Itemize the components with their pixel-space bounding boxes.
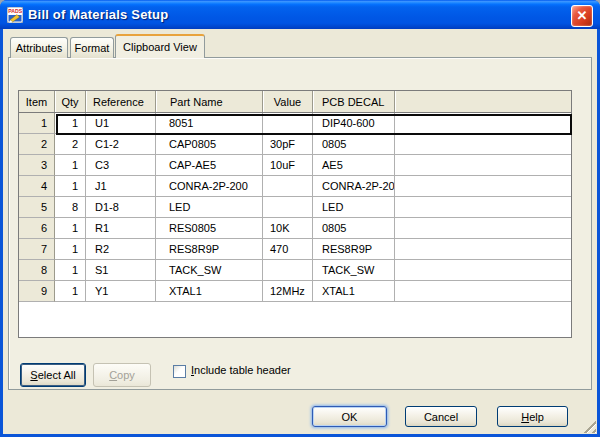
cell-item[interactable]: 8 <box>19 260 55 281</box>
cell-part_name[interactable]: RES0805 <box>156 218 263 239</box>
title-bar[interactable]: PADS Bill of Materials Setup ✕ <box>0 0 600 29</box>
cell-qty[interactable]: 1 <box>55 113 86 134</box>
cell-item[interactable]: 7 <box>19 239 55 260</box>
cell-part_name[interactable]: 8051 <box>156 113 263 134</box>
cell-value[interactable]: 10K <box>263 218 313 239</box>
cell-qty[interactable]: 1 <box>55 239 86 260</box>
cell-value[interactable]: 12MHz <box>263 281 313 302</box>
cell-item[interactable]: 9 <box>19 281 55 302</box>
cell-reference[interactable]: R2 <box>86 239 156 260</box>
column-header-qty[interactable]: Qty <box>55 91 86 112</box>
cell-qty[interactable]: 1 <box>55 218 86 239</box>
pads-app-icon: PADS <box>7 7 23 23</box>
cell-filler[interactable] <box>395 197 571 218</box>
cell-item[interactable]: 3 <box>19 155 55 176</box>
cell-pcb_decal[interactable]: RES8R9P <box>313 239 395 260</box>
table-row[interactable]: 61R1RES080510K0805 <box>19 218 571 239</box>
cell-item[interactable]: 4 <box>19 176 55 197</box>
cell-item[interactable]: 1 <box>19 113 55 134</box>
cell-value[interactable] <box>263 197 313 218</box>
tab-format-label: Format <box>75 42 110 54</box>
cell-qty[interactable]: 2 <box>55 134 86 155</box>
table-row[interactable]: 91Y1XTAL112MHzXTAL1 <box>19 281 571 302</box>
table-row[interactable]: 81S1TACK_SWTACK_SW <box>19 260 571 281</box>
cell-qty[interactable]: 1 <box>55 155 86 176</box>
cell-value[interactable] <box>263 260 313 281</box>
cell-filler[interactable] <box>395 260 571 281</box>
cell-reference[interactable]: Y1 <box>86 281 156 302</box>
copy-button[interactable]: Copy <box>93 363 151 387</box>
cell-reference[interactable]: S1 <box>86 260 156 281</box>
cell-reference[interactable]: U1 <box>86 113 156 134</box>
cell-filler[interactable] <box>395 113 571 134</box>
cell-pcb_decal[interactable]: 0805 <box>313 134 395 155</box>
cell-pcb_decal[interactable]: LED <box>313 197 395 218</box>
column-header-value[interactable]: Value <box>263 91 313 112</box>
table-row[interactable]: 71R2RES8R9P470RES8R9P <box>19 239 571 260</box>
tab-attributes-label: Attributes <box>16 42 62 54</box>
bom-table: Item Qty Reference Part Name Value PCB D… <box>18 90 572 338</box>
cell-filler[interactable] <box>395 239 571 260</box>
select-all-button[interactable]: Select All <box>20 363 86 387</box>
ok-button[interactable]: OK <box>312 406 387 427</box>
column-header-reference[interactable]: Reference <box>86 91 156 112</box>
table-row[interactable]: 11U18051DIP40-600 <box>19 113 571 134</box>
cell-part_name[interactable]: TACK_SW <box>156 260 263 281</box>
cell-pcb_decal[interactable]: XTAL1 <box>313 281 395 302</box>
cell-pcb_decal[interactable]: 0805 <box>313 218 395 239</box>
cell-part_name[interactable]: CONRA-2P-200 <box>156 176 263 197</box>
table-row[interactable]: 58D1-8LEDLED <box>19 197 571 218</box>
cell-value[interactable] <box>263 176 313 197</box>
cell-part_name[interactable]: LED <box>156 197 263 218</box>
cell-value[interactable]: 10uF <box>263 155 313 176</box>
close-button[interactable]: ✕ <box>571 5 593 27</box>
table-row[interactable]: 41J1CONRA-2P-200CONRA-2P-200 <box>19 176 571 197</box>
cell-part_name[interactable]: XTAL1 <box>156 281 263 302</box>
include-table-header-checkbox[interactable] <box>173 365 186 378</box>
table-row[interactable]: 22C1-2CAP080530pF0805 <box>19 134 571 155</box>
cell-reference[interactable]: J1 <box>86 176 156 197</box>
cell-part_name[interactable]: CAP-AE5 <box>156 155 263 176</box>
include-table-header-label[interactable]: Include table header <box>191 364 291 376</box>
bill-of-materials-dialog: PADS Bill of Materials Setup ✕ Attribute… <box>0 0 600 437</box>
table-row[interactable]: 31C3CAP-AE510uFAE5 <box>19 155 571 176</box>
cell-pcb_decal[interactable]: AE5 <box>313 155 395 176</box>
column-header-item[interactable]: Item <box>19 91 55 112</box>
cell-value[interactable]: 470 <box>263 239 313 260</box>
grid-rows: 11U18051DIP40-60022C1-2CAP080530pF080531… <box>19 113 571 302</box>
tab-clipboard-view[interactable]: Clipboard View <box>115 34 205 58</box>
cell-qty[interactable]: 1 <box>55 176 86 197</box>
tab-attributes[interactable]: Attributes <box>10 37 68 58</box>
table-header-row: Item Qty Reference Part Name Value PCB D… <box>19 91 571 113</box>
window-title: Bill of Materials Setup <box>28 7 168 22</box>
cell-part_name[interactable]: CAP0805 <box>156 134 263 155</box>
cell-item[interactable]: 5 <box>19 197 55 218</box>
cell-filler[interactable] <box>395 155 571 176</box>
cell-value[interactable] <box>263 113 313 134</box>
cell-pcb_decal[interactable]: TACK_SW <box>313 260 395 281</box>
column-header-part-name[interactable]: Part Name <box>156 91 263 112</box>
cancel-button[interactable]: Cancel <box>405 406 477 427</box>
cell-value[interactable]: 30pF <box>263 134 313 155</box>
tab-clipboard-view-label: Clipboard View <box>123 41 197 53</box>
cell-item[interactable]: 6 <box>19 218 55 239</box>
cell-item[interactable]: 2 <box>19 134 55 155</box>
cell-reference[interactable]: C1-2 <box>86 134 156 155</box>
cell-reference[interactable]: D1-8 <box>86 197 156 218</box>
column-header-pcb-decal[interactable]: PCB DECAL <box>313 91 395 112</box>
cell-part_name[interactable]: RES8R9P <box>156 239 263 260</box>
cell-qty[interactable]: 1 <box>55 260 86 281</box>
cell-filler[interactable] <box>395 218 571 239</box>
cell-filler[interactable] <box>395 176 571 197</box>
cell-reference[interactable]: C3 <box>86 155 156 176</box>
close-icon: ✕ <box>577 8 588 23</box>
cell-reference[interactable]: R1 <box>86 218 156 239</box>
tab-format[interactable]: Format <box>70 37 114 58</box>
cell-qty[interactable]: 8 <box>55 197 86 218</box>
cell-filler[interactable] <box>395 134 571 155</box>
cell-qty[interactable]: 1 <box>55 281 86 302</box>
cell-filler[interactable] <box>395 281 571 302</box>
help-button[interactable]: Help <box>497 406 568 427</box>
cell-pcb_decal[interactable]: DIP40-600 <box>313 113 395 134</box>
cell-pcb_decal[interactable]: CONRA-2P-200 <box>313 176 395 197</box>
